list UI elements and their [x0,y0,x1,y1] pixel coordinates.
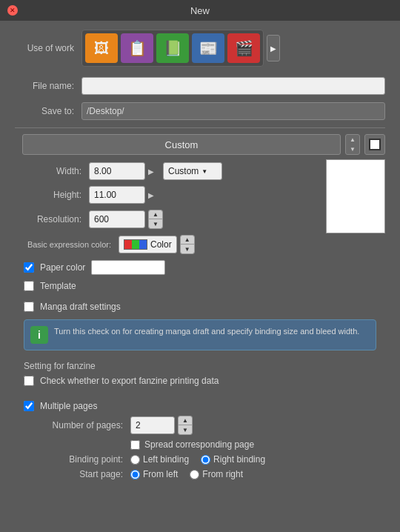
window-title: New [190,5,210,16]
manga-draft-label: Manga draft settings [40,302,121,312]
left-binding-option[interactable]: Left binding [130,454,189,465]
preset-dropdown[interactable]: Custom [22,134,341,155]
template-checkbox[interactable] [24,281,34,291]
save-to-input[interactable] [81,102,385,120]
fanzine-checkbox[interactable] [24,376,34,386]
right-binding-radio[interactable] [201,455,210,465]
fanzine-label: Check whether to export fanzine printing… [40,376,219,386]
icon-magazine[interactable]: 📰 [192,33,224,63]
preset-down-arrow[interactable]: ▼ [346,144,359,154]
resolution-up[interactable]: ▲ [149,210,162,219]
preset-dropdown-value: Custom [165,139,199,150]
multiple-pages-label: Multiple pages [40,401,97,411]
resolution-input[interactable] [89,210,145,228]
resolution-label: Resolution: [15,214,89,225]
start-page-label: Start page: [41,469,130,479]
icon-animation[interactable]: 🎬 [227,33,260,63]
title-bar: ✕ New [0,0,400,21]
info-icon: i [30,326,48,344]
from-right-radio[interactable] [190,470,199,479]
color-stepper[interactable]: ▲ ▼ [180,235,195,254]
right-binding-label: Right binding [213,454,265,465]
icon-illustration[interactable]: 🖼 [85,33,118,63]
pages-down[interactable]: ▼ [179,425,192,434]
icon-book[interactable]: 📗 [156,33,189,63]
use-of-work-label: Use of work [15,43,81,53]
icons-arrow[interactable]: ▶ [267,35,280,61]
fanzine-section: Setting for fanzine Check whether to exp… [15,356,385,396]
width-arrow[interactable]: ▶ [148,167,154,176]
num-pages-stepper[interactable]: ▲ ▼ [178,416,193,435]
color-selector[interactable]: Color [119,236,177,253]
num-pages-input[interactable] [130,416,175,434]
from-left-option[interactable]: From left [130,469,178,479]
right-binding-option[interactable]: Right binding [201,454,265,465]
height-input[interactable] [89,186,145,204]
num-pages-label: Number of pages: [41,420,130,430]
from-left-label: From left [143,469,178,479]
left-binding-radio[interactable] [130,455,140,465]
spread-checkbox[interactable] [130,440,140,450]
pages-up[interactable]: ▲ [179,416,192,425]
height-label: Height: [15,190,89,200]
color-swatch [124,239,147,250]
custom-size-arrow: ▼ [201,168,207,175]
paper-color-swatch[interactable] [91,260,165,275]
height-arrow[interactable]: ▶ [148,191,154,199]
template-label: Template [40,281,76,291]
left-binding-label: Left binding [143,454,189,465]
paper-color-checkbox[interactable] [24,262,34,273]
multiple-pages-section: Multiple pages Number of pages: ▲ ▼ Spre… [15,396,385,488]
manga-info-text: Turn this check on for creating manga dr… [54,326,359,344]
multiple-pages-checkbox[interactable] [24,401,34,411]
paper-color-label: Paper color [40,262,85,273]
preset-up-arrow[interactable]: ▲ [346,135,359,144]
color-up[interactable]: ▲ [181,236,194,245]
from-left-radio[interactable] [130,470,140,479]
use-of-work-icons: 🖼 📋 📗 📰 🎬 [81,30,264,67]
manga-draft-checkbox[interactable] [24,302,34,312]
file-name-label: File name: [15,81,81,91]
manga-info-box: i Turn this check on for creating manga … [24,319,376,350]
width-input[interactable] [89,162,145,180]
resolution-stepper[interactable]: ▲ ▼ [148,210,163,229]
binding-point-group: Left binding Right binding [130,454,265,465]
from-right-option[interactable]: From right [190,469,243,479]
save-to-label: Save to: [15,106,81,116]
fanzine-title: Setting for fanzine [24,361,376,371]
color-down[interactable]: ▼ [181,245,194,253]
start-page-group: From left From right [130,469,243,479]
icon-comic[interactable]: 📋 [121,33,153,63]
color-label: Basic expression color: [15,240,119,249]
from-right-label: From right [202,469,243,479]
preset-dropdown-stepper[interactable]: ▲ ▼ [345,134,360,155]
close-button[interactable]: ✕ [7,5,18,16]
custom-size-value: Custom [168,166,199,176]
file-name-input[interactable] [81,77,385,95]
width-label: Width: [15,166,89,176]
binding-point-label: Binding point: [41,454,130,465]
custom-size-dropdown[interactable]: Custom ▼ [163,162,222,180]
spread-label: Spread corresponding page [144,439,254,450]
color-label-text: Color [150,239,172,250]
white-preview-button[interactable] [364,134,385,155]
resolution-down[interactable]: ▼ [149,219,162,228]
page-preview [326,159,385,233]
